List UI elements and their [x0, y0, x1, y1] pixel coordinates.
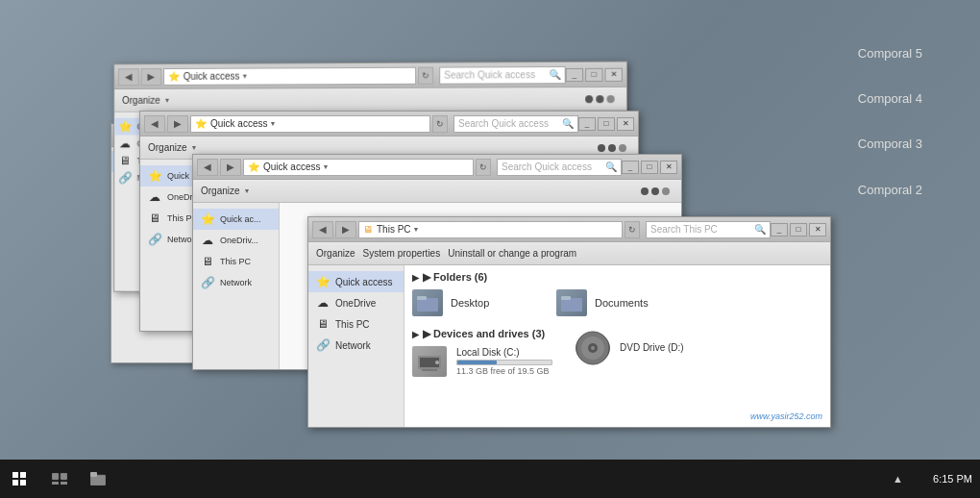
- svg-rect-12: [12, 472, 18, 478]
- refresh-5[interactable]: ↻: [418, 66, 433, 84]
- star-icon-4: ⭐: [148, 169, 161, 183]
- close-btn-2[interactable]: ✕: [809, 223, 826, 237]
- sidebar-thispc-2[interactable]: 🖥 This PC: [308, 313, 404, 335]
- minimize-btn-5[interactable]: _: [566, 67, 583, 81]
- svg-rect-14: [12, 480, 18, 486]
- fwd-btn-3[interactable]: ▶: [220, 159, 241, 176]
- title-bar-3: ◀ ▶ ⭐ Quick access ▼ ↻ Search Quick acce…: [193, 155, 681, 180]
- refresh-3[interactable]: ↻: [476, 159, 491, 176]
- drive-c-name: Local Disk (C:): [456, 347, 552, 358]
- win-dots-5: [585, 95, 615, 103]
- fwd-btn-5[interactable]: ▶: [141, 68, 162, 86]
- toolbar-3: Organize ▼: [193, 180, 681, 203]
- sidebar-thispc-3[interactable]: 🖥 This PC: [193, 251, 279, 272]
- network-icon-3: 🔗: [201, 276, 214, 289]
- folders-header: ▶ ▶ Folders (6): [412, 271, 822, 284]
- minimize-btn-4[interactable]: _: [578, 117, 596, 131]
- sidebar-network-2[interactable]: 🔗 Network: [308, 335, 404, 356]
- folder-icon-desktop: [412, 289, 443, 316]
- search-placeholder-5: Search Quick access: [444, 69, 535, 81]
- window-controls-5: _ □ ✕: [566, 67, 623, 81]
- win-dots-4: [598, 144, 626, 152]
- maximize-btn-2[interactable]: □: [790, 223, 807, 237]
- minimize-btn-2[interactable]: _: [771, 223, 788, 237]
- fwd-btn-2[interactable]: ▶: [335, 221, 356, 238]
- close-btn-5[interactable]: ✕: [604, 67, 622, 81]
- uninstall-btn[interactable]: Uninstall or change a program: [448, 248, 576, 259]
- windows-logo-icon: [12, 471, 27, 486]
- sidebar-network-3[interactable]: 🔗 Network: [193, 272, 279, 293]
- search-5[interactable]: Search Quick access 🔍: [439, 65, 566, 84]
- taskbar: ▲ 6:15 PM: [0, 460, 980, 498]
- address-icon-4: ⭐: [195, 118, 207, 129]
- title-bar-2: ◀ ▶ 🖥 This PC ▼ ↻ Search This PC 🔍 _ □ ✕: [308, 217, 830, 242]
- drives-arrow: ▶: [412, 330, 419, 339]
- drives-label: ▶ Devices and drives (3): [423, 328, 545, 340]
- file-item-desktop[interactable]: Desktop: [412, 289, 537, 316]
- system-props-btn[interactable]: System properties: [363, 248, 441, 259]
- svg-rect-18: [52, 482, 59, 485]
- maximize-btn-5[interactable]: □: [585, 67, 602, 81]
- organize-btn-3[interactable]: Organize ▼: [201, 186, 251, 196]
- search-icon-5: 🔍: [549, 69, 560, 80]
- organize-btn-2[interactable]: Organize: [316, 248, 355, 259]
- minimize-btn-3[interactable]: _: [622, 161, 639, 174]
- dropdown-2: ▼: [413, 226, 420, 233]
- address-text-3: Quick access: [263, 162, 320, 172]
- svg-point-7: [435, 361, 439, 364]
- drive-c-fill: [457, 361, 497, 364]
- drive-c-bar: [456, 360, 552, 365]
- refresh-4[interactable]: ↻: [432, 115, 448, 133]
- watermark: www.yasir252.com: [750, 411, 822, 421]
- svg-rect-6: [422, 369, 437, 371]
- maximize-btn-3[interactable]: □: [641, 161, 658, 174]
- back-btn-3[interactable]: ◀: [197, 159, 218, 176]
- sidebar-onedrive-3[interactable]: ☁ OneDriv...: [193, 230, 279, 251]
- pc-icon-5: 🖥: [118, 154, 132, 167]
- address-bar-5[interactable]: ⭐ Quick access ▼: [163, 66, 416, 85]
- sidebar-quickaccess-2[interactable]: ⭐ Quick access: [308, 271, 404, 292]
- file-label-desktop: Desktop: [451, 297, 489, 309]
- sidebar-label-od-2: OneDrive: [335, 298, 376, 309]
- svg-rect-0: [417, 298, 438, 311]
- search-placeholder-4: Search Quick access: [458, 118, 549, 129]
- window-controls-4: _ □ ✕: [578, 117, 634, 131]
- search-icon-2: 🔍: [754, 224, 766, 235]
- close-btn-3[interactable]: ✕: [660, 161, 677, 174]
- maximize-btn-4[interactable]: □: [598, 117, 615, 131]
- search-4[interactable]: Search Quick access 🔍: [453, 115, 578, 133]
- comporal2-label: Comporal 2: [858, 183, 922, 197]
- comporal3-label: Comporal 3: [858, 137, 922, 151]
- toolbar-2: Organize System properties Uninstall or …: [308, 242, 830, 265]
- address-bar-4[interactable]: ⭐ Quick access ▼: [190, 115, 430, 133]
- back-btn-4[interactable]: ◀: [144, 115, 165, 133]
- organize-btn-5[interactable]: Organize ▼: [122, 95, 170, 106]
- drive-d[interactable]: DVD Drive (D:): [576, 333, 822, 363]
- sidebar-onedrive-2[interactable]: ☁ OneDrive: [308, 292, 404, 313]
- svg-rect-17: [61, 473, 67, 480]
- comporal4-label: Comporal 4: [858, 91, 922, 106]
- search-3[interactable]: Search Quick access 🔍: [497, 159, 622, 176]
- address-bar-3[interactable]: ⭐ Quick access ▼: [243, 159, 474, 176]
- explorer-taskbar-icon[interactable]: [81, 461, 115, 496]
- back-btn-2[interactable]: ◀: [312, 221, 333, 238]
- back-btn-5[interactable]: ◀: [118, 68, 139, 86]
- close-btn-4[interactable]: ✕: [617, 117, 634, 131]
- svg-rect-16: [52, 473, 59, 480]
- refresh-2[interactable]: ↻: [625, 221, 640, 238]
- arrow-tray-icon[interactable]: ▲: [893, 473, 903, 485]
- win-dots-3: [641, 187, 670, 195]
- dropdown-4: ▼: [269, 120, 276, 127]
- sidebar-quickaccess-3[interactable]: ⭐ Quick ac...: [193, 209, 279, 230]
- taskview-icon[interactable]: [42, 461, 77, 496]
- search-2[interactable]: Search This PC 🔍: [646, 221, 771, 238]
- fwd-btn-4[interactable]: ▶: [167, 115, 188, 133]
- content-2: ⭐ Quick access ☁ OneDrive 🖥 This PC 🔗 Ne…: [308, 265, 830, 427]
- file-item-documents[interactable]: Documents: [556, 289, 681, 316]
- start-button[interactable]: [0, 460, 38, 498]
- sidebar-label-qa-3: Quick ac...: [220, 214, 261, 224]
- organize-btn-4[interactable]: Organize ▼: [148, 142, 198, 153]
- star-icon-5: ⭐: [118, 120, 132, 134]
- drive-d-icon: [576, 333, 610, 363]
- address-bar-2[interactable]: 🖥 This PC ▼: [358, 221, 623, 238]
